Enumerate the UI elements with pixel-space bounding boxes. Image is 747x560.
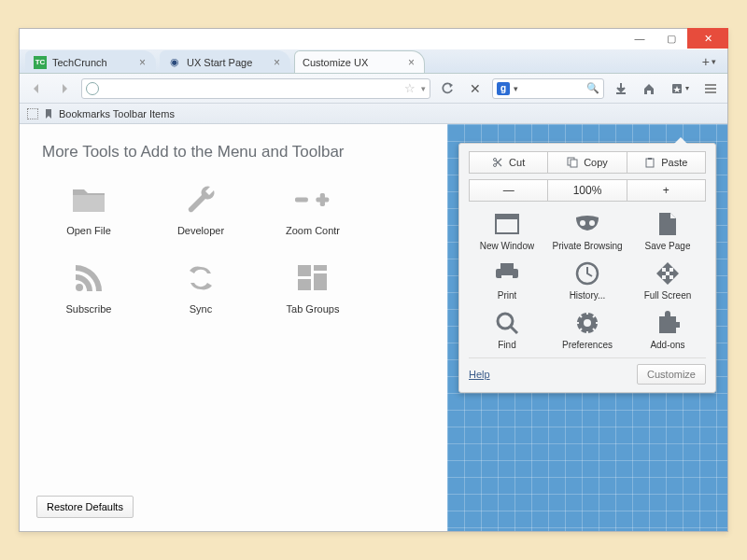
bookmark-star-icon[interactable]: ☆ xyxy=(404,81,416,95)
search-bar[interactable]: g ▾ 🔍 xyxy=(492,78,604,99)
search-icon xyxy=(494,310,520,336)
menu-label: Preferences xyxy=(562,340,613,350)
svg-rect-3 xyxy=(320,193,325,206)
globe-icon xyxy=(86,82,99,95)
zoom-out-button[interactable]: — xyxy=(469,179,548,202)
tool-open-file[interactable]: Open File xyxy=(42,184,135,236)
menu-find[interactable]: Find xyxy=(469,310,545,350)
tab-label: Customize UX xyxy=(303,57,368,68)
svg-rect-5 xyxy=(298,265,311,276)
available-tools-pane: More Tools to Add to the Menu and Toolba… xyxy=(20,124,447,531)
svg-point-4 xyxy=(76,284,83,291)
new-tab-button[interactable]: + ▾ xyxy=(697,50,722,73)
scissors-icon xyxy=(492,157,503,168)
tab-label: UX Start Page xyxy=(187,57,252,68)
favicon-ux-start: ◉ xyxy=(168,56,181,69)
menu-label: Find xyxy=(498,340,515,350)
window-maximize-button[interactable]: ▢ xyxy=(655,29,687,48)
menu-private-browsing[interactable]: Private Browsing xyxy=(549,211,626,251)
bookmarks-menu-button[interactable]: ▾ xyxy=(666,77,694,100)
svg-rect-16 xyxy=(496,215,518,219)
svg-rect-21 xyxy=(501,275,513,284)
menu-full-screen[interactable]: Full Screen xyxy=(629,260,706,301)
search-icon[interactable]: 🔍 xyxy=(586,82,599,94)
svg-rect-14 xyxy=(648,158,652,160)
menu-label: New Window xyxy=(480,241,534,251)
tab-groups-icon xyxy=(295,262,331,294)
tool-tab-groups[interactable]: Tab Groups xyxy=(266,262,359,315)
printer-icon xyxy=(494,260,520,287)
clipboard-icon xyxy=(644,157,655,168)
downloads-button[interactable] xyxy=(610,77,632,100)
customize-button[interactable]: Customize xyxy=(637,364,706,385)
svg-point-17 xyxy=(580,220,585,226)
reload-button[interactable] xyxy=(436,77,458,100)
tool-label: Subscribe xyxy=(66,303,112,315)
bookmarks-toolbar[interactable]: Bookmarks Toolbar Items xyxy=(20,104,727,124)
zoom-in-button[interactable]: + xyxy=(627,179,706,202)
svg-point-9 xyxy=(494,164,497,167)
puzzle-icon xyxy=(655,310,681,336)
tool-label: Tab Groups xyxy=(287,303,340,315)
url-dropdown-icon[interactable]: ▾ xyxy=(421,84,426,93)
folder-icon xyxy=(71,184,106,216)
tool-sync[interactable]: Sync xyxy=(154,262,247,315)
cut-button[interactable]: Cut xyxy=(469,151,548,174)
tab-techcrunch[interactable]: TC TechCrunch × xyxy=(25,50,156,73)
stop-button[interactable]: ✕ xyxy=(464,77,486,100)
restore-defaults-button[interactable]: Restore Defaults xyxy=(36,496,134,518)
chevron-down-icon[interactable]: ▾ xyxy=(514,84,518,93)
svg-rect-13 xyxy=(646,159,654,167)
home-button[interactable] xyxy=(638,77,660,100)
help-link[interactable]: Help xyxy=(469,369,490,380)
sync-icon xyxy=(183,262,218,294)
hamburger-menu-button[interactable] xyxy=(699,77,722,100)
svg-rect-12 xyxy=(571,160,577,167)
favicon-techcrunch: TC xyxy=(34,56,47,69)
menu-addons[interactable]: Add-ons xyxy=(629,310,706,350)
forward-button[interactable] xyxy=(53,77,76,100)
copy-button[interactable]: Copy xyxy=(548,151,627,174)
svg-rect-8 xyxy=(298,279,311,290)
chevron-down-icon[interactable]: ▾ xyxy=(712,57,716,66)
tab-close-icon[interactable]: × xyxy=(274,56,280,69)
window-minimize-button[interactable]: — xyxy=(624,29,655,48)
tab-close-icon[interactable]: × xyxy=(408,56,415,69)
tab-label: TechCrunch xyxy=(52,57,107,68)
clock-icon xyxy=(574,260,600,287)
svg-point-10 xyxy=(494,159,497,161)
tool-subscribe[interactable]: Subscribe xyxy=(42,262,135,315)
menu-save-page[interactable]: Save Page xyxy=(629,211,706,251)
tool-developer[interactable]: Developer xyxy=(154,184,247,236)
fullscreen-icon xyxy=(655,260,681,287)
url-bar[interactable]: ☆ ▾ xyxy=(81,78,430,99)
tab-close-icon[interactable]: × xyxy=(139,56,146,69)
window-icon xyxy=(494,211,520,237)
menu-new-window[interactable]: New Window xyxy=(469,211,545,251)
menu-label: History... xyxy=(570,290,606,301)
rss-icon xyxy=(71,262,106,294)
back-button[interactable] xyxy=(25,77,48,100)
tool-zoom-controls[interactable]: Zoom Contr xyxy=(266,184,359,236)
customize-heading: More Tools to Add to the Menu and Toolba… xyxy=(42,143,425,161)
menu-label: Add-ons xyxy=(650,340,684,350)
zoom-controls-icon xyxy=(295,184,331,216)
tool-label: Open File xyxy=(66,225,111,236)
window-close-button[interactable]: ✕ xyxy=(687,28,728,49)
menu-panel-target: Cut Copy Paste — 100% + xyxy=(447,124,727,531)
nav-toolbar: ☆ ▾ ✕ g ▾ 🔍 ▾ xyxy=(20,74,727,104)
search-engine-icon[interactable]: g xyxy=(497,82,510,95)
bookmarks-toolbar-label: Bookmarks Toolbar Items xyxy=(59,108,175,119)
tab-ux-start-page[interactable]: ◉ UX Start Page × xyxy=(160,50,290,73)
paste-button[interactable]: Paste xyxy=(627,151,706,174)
tab-customize-ux[interactable]: Customize UX × xyxy=(294,50,425,73)
zoom-level-display: 100% xyxy=(548,179,627,202)
menu-preferences[interactable]: Preferences xyxy=(549,310,626,350)
svg-rect-7 xyxy=(314,273,327,290)
svg-rect-19 xyxy=(500,263,514,269)
menu-history[interactable]: History... xyxy=(549,260,626,301)
copy-label: Copy xyxy=(584,157,608,168)
menu-label: Save Page xyxy=(645,241,691,251)
menu-label: Full Screen xyxy=(644,290,692,301)
menu-print[interactable]: Print xyxy=(469,260,545,301)
